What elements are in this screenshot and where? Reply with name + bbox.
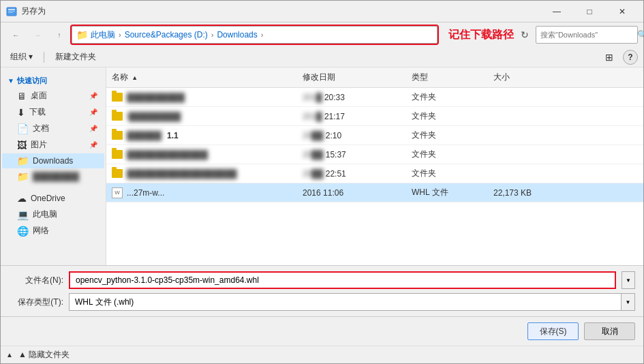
folder-icon bbox=[112, 169, 123, 178]
table-row[interactable]: W ...27m-w... 2016 11:06 WHL 文件 22,173 K… bbox=[106, 183, 643, 202]
file-name-cell: W ...27m-w... bbox=[106, 186, 297, 200]
file-size-cell bbox=[488, 115, 556, 118]
header-date[interactable]: 修改日期 bbox=[297, 70, 406, 85]
new-folder-button[interactable]: 新建文件夹 bbox=[51, 50, 100, 64]
dialog-title: 另存为 bbox=[21, 5, 541, 17]
sidebar-item-network[interactable]: 🌐 网络 bbox=[2, 223, 104, 239]
table-row[interactable]: ██████████████ 20██ 15:37 文件夹 bbox=[106, 145, 643, 164]
file-name-cell: ███████████████████ bbox=[106, 168, 297, 180]
file-name-cell: ██████ 1.1 bbox=[106, 130, 297, 142]
sidebar-section-quickaccess[interactable]: ▼ 快速访问 bbox=[1, 73, 106, 87]
pin-icon3: 📌 bbox=[89, 125, 97, 132]
sidebar-item-desktop[interactable]: 🖥 桌面 📌 bbox=[2, 88, 104, 104]
sidebar-item-downloads-quick[interactable]: ⬇ 下载 📌 bbox=[2, 104, 104, 120]
refresh-button[interactable]: ↻ bbox=[517, 27, 533, 43]
onedrive-icon: ☁ bbox=[17, 193, 27, 204]
breadcrumb-sep1: › bbox=[119, 31, 121, 39]
file-date-cell: 201█ 20:33 bbox=[297, 91, 406, 104]
breadcrumb-sep3: › bbox=[261, 31, 264, 39]
table-row[interactable]: ██████ 1.1 20██ 2:10 文件夹 bbox=[106, 126, 643, 145]
forward-button[interactable]: → bbox=[28, 27, 47, 43]
address-bar[interactable]: 📁 此电脑 › Source&Packages (D:) › Downloads… bbox=[72, 26, 438, 44]
footer-row: ▲ ▲ 隐藏文件夹 bbox=[1, 346, 643, 363]
file-date-cell: 201█ 21:17 bbox=[297, 110, 406, 123]
table-row[interactable]: ██████████ 201█ 20:33 文件夹 bbox=[106, 88, 643, 107]
whl-file-icon: W bbox=[112, 187, 123, 198]
sidebar: ▼ 快速访问 🖥 桌面 📌 ⬇ 下载 📌 📄 文档 📌 🖼 图片 � bbox=[1, 67, 106, 265]
hide-folders-toggle[interactable]: ▲ ▲ 隐藏文件夹 bbox=[6, 349, 70, 361]
file-date-cell: 20██ 2:10 bbox=[297, 130, 406, 142]
file-date-cell: 2016 11:06 bbox=[297, 187, 406, 199]
search-icon: 🔍 bbox=[637, 30, 644, 40]
breadcrumb-thispc[interactable]: 此电脑 bbox=[91, 29, 115, 41]
folder-icon bbox=[112, 150, 123, 159]
file-size-cell bbox=[488, 134, 556, 137]
svg-rect-1 bbox=[8, 9, 15, 10]
sidebar-item-pictures[interactable]: 🖼 图片 📌 bbox=[2, 137, 104, 153]
filename-label: 文件名(N): bbox=[9, 275, 63, 286]
folder-icon bbox=[112, 131, 123, 140]
search-bar[interactable]: 🔍 bbox=[536, 26, 638, 44]
file-type-cell: 文件夹 bbox=[406, 166, 488, 181]
file-type-cell: 文件夹 bbox=[406, 147, 488, 162]
filename-input[interactable] bbox=[69, 271, 616, 289]
sidebar-item-onedrive[interactable]: ☁ OneDrive bbox=[2, 191, 104, 206]
maximize-button[interactable]: □ bbox=[574, 1, 605, 22]
chevron-down-icon: ▼ bbox=[626, 277, 631, 284]
file-size-cell bbox=[488, 153, 556, 156]
file-size-cell bbox=[488, 96, 556, 99]
file-name-cell: ██████████ bbox=[106, 91, 297, 104]
downloads-folder-icon: 📁 bbox=[17, 155, 29, 166]
toolbar2-separator bbox=[44, 52, 44, 63]
pin-icon: 📌 bbox=[89, 92, 97, 100]
window-controls: — □ ✕ bbox=[541, 1, 638, 22]
header-type[interactable]: 类型 bbox=[406, 70, 488, 85]
filename-row: 文件名(N): ▼ bbox=[9, 271, 635, 289]
breadcrumb-downloads[interactable]: Downloads bbox=[217, 30, 257, 40]
breadcrumb-drive[interactable]: Source&Packages (D:) bbox=[125, 30, 208, 40]
blurred-folder-icon: 📁 bbox=[17, 171, 29, 182]
up-button[interactable]: ↑ bbox=[50, 27, 69, 43]
header-size[interactable]: 大小 bbox=[488, 70, 556, 85]
sidebar-item-blurred[interactable]: 📁 ████████ bbox=[2, 169, 104, 184]
breadcrumb-sep2: › bbox=[211, 31, 214, 39]
pin-icon2: 📌 bbox=[89, 108, 97, 116]
header-name[interactable]: 名称 ▲ bbox=[106, 70, 297, 85]
chevron-up-icon: ▲ bbox=[6, 351, 13, 359]
close-button[interactable]: ✕ bbox=[607, 1, 638, 22]
desktop-icon: 🖥 bbox=[17, 91, 27, 102]
file-list: 名称 ▲ 修改日期 类型 大小 ██████████ bbox=[106, 67, 643, 265]
sort-icon: ▲ bbox=[132, 74, 138, 81]
sidebar-item-thispc[interactable]: 💻 此电脑 bbox=[2, 207, 104, 222]
file-date-cell: 20██ 15:37 bbox=[297, 149, 406, 161]
folder-icon bbox=[112, 93, 123, 102]
documents-icon: 📄 bbox=[17, 123, 29, 134]
filetype-label: 保存类型(T): bbox=[9, 297, 63, 308]
view-icon-button[interactable]: ⊞ bbox=[601, 50, 617, 64]
action-row: 保存(S) 取消 bbox=[1, 316, 643, 346]
organize-button[interactable]: 组织 ▾ bbox=[6, 50, 37, 64]
back-button[interactable]: ← bbox=[6, 27, 25, 43]
sidebar-item-documents[interactable]: 📄 文档 📌 bbox=[2, 121, 104, 136]
file-name-cell: ██████████████ bbox=[106, 149, 297, 161]
file-date-cell: 20██ 22:51 bbox=[297, 168, 406, 180]
network-icon: 🌐 bbox=[17, 226, 29, 237]
bottom-area: 文件名(N): ▼ 保存类型(T): WHL 文件 (.whl) ▼ bbox=[1, 265, 643, 316]
filetype-display: WHL 文件 (.whl) bbox=[69, 293, 622, 311]
file-type-cell: WHL 文件 bbox=[406, 185, 488, 200]
help-icon-button[interactable]: ? bbox=[623, 50, 638, 65]
search-input[interactable] bbox=[540, 31, 634, 39]
cancel-button[interactable]: 取消 bbox=[584, 322, 635, 340]
computer-icon: 💻 bbox=[17, 209, 29, 220]
folder-icon bbox=[112, 112, 123, 121]
filetype-row: 保存类型(T): WHL 文件 (.whl) ▼ bbox=[9, 293, 635, 311]
save-button[interactable]: 保存(S) bbox=[527, 322, 579, 340]
main-content: ▼ 快速访问 🖥 桌面 📌 ⬇ 下载 📌 📄 文档 📌 🖼 图片 � bbox=[1, 67, 643, 265]
download-quick-icon: ⬇ bbox=[17, 107, 25, 118]
sidebar-item-downloads[interactable]: 📁 Downloads bbox=[2, 153, 104, 168]
table-row[interactable]: l█████████ 201█ 21:17 文件夹 bbox=[106, 107, 643, 126]
table-row[interactable]: ███████████████████ 20██ 22:51 文件夹 bbox=[106, 164, 643, 183]
filetype-dropdown-button[interactable]: ▼ bbox=[622, 293, 635, 311]
filename-dropdown-button[interactable]: ▼ bbox=[622, 271, 635, 289]
minimize-button[interactable]: — bbox=[541, 1, 572, 22]
